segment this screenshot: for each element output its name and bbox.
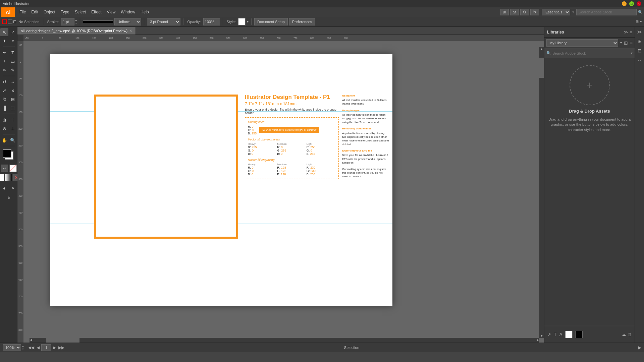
solid-color-btn[interactable]: [0, 174, 4, 181]
scrollbar-horizontal[interactable]: ◀ ▶: [30, 338, 539, 343]
measure-tool[interactable]: ⊥: [9, 124, 17, 132]
magic-wand-tool[interactable]: ✦: [0, 37, 8, 45]
menu-object[interactable]: Object: [41, 9, 58, 15]
lasso-tool[interactable]: ⌖: [9, 37, 17, 45]
zoom-select[interactable]: 100%: [3, 344, 21, 351]
menu-window[interactable]: Window: [118, 9, 138, 15]
cc-libs-button[interactable]: ⚙: [520, 9, 529, 15]
pen-tool[interactable]: ✒: [0, 49, 8, 57]
reflect-h-tool[interactable]: ⧫: [0, 184, 8, 192]
stock-button[interactable]: St: [510, 9, 519, 15]
scroll-thumb-h[interactable]: [46, 338, 79, 343]
gradient-tool[interactable]: ◑: [0, 116, 8, 124]
paintbrush-tool[interactable]: ✏: [0, 66, 8, 74]
nav-last-button[interactable]: ▶▶: [58, 345, 65, 350]
search-icon-top[interactable]: 🔍: [638, 10, 643, 14]
artboard-tool[interactable]: ⬚: [9, 104, 17, 112]
grid-view-button[interactable]: ⊞: [624, 40, 628, 46]
menu-help[interactable]: Help: [138, 9, 152, 15]
sync-button[interactable]: ↻: [530, 9, 539, 15]
zoom-down[interactable]: ▼: [22, 348, 24, 351]
list-view-button[interactable]: ≡: [630, 40, 633, 46]
tab-close-button[interactable]: ✕: [129, 29, 132, 33]
scroll-up-button[interactable]: ▲: [539, 47, 544, 51]
brush-select[interactable]: 3 pt Round: [147, 18, 180, 25]
style-dropdown[interactable]: ▾: [247, 20, 249, 23]
ps-layers-btn[interactable]: ⊞: [636, 38, 643, 45]
workspace-select[interactable]: Essentials: [542, 9, 570, 15]
lib-move-tool[interactable]: ↗: [547, 332, 551, 337]
scroll-thumb-v[interactable]: [539, 58, 544, 78]
mesh-tool[interactable]: ⊹: [9, 116, 17, 124]
scroll-right-button[interactable]: ▶: [536, 338, 539, 343]
libraries-menu-btn[interactable]: ≡: [630, 30, 632, 35]
arrange-icon[interactable]: ⊞: [636, 19, 639, 24]
none-color-btn[interactable]: [9, 165, 17, 172]
library-select[interactable]: My Library: [546, 39, 618, 47]
scrollbar-vertical[interactable]: ▲ ▼: [539, 47, 544, 338]
stroke-down[interactable]: ▼: [75, 22, 77, 25]
selection-color-swatch[interactable]: [2, 19, 7, 24]
stroke-up[interactable]: ▲: [75, 18, 77, 22]
scroll-down-button[interactable]: ▼: [539, 334, 544, 338]
scale-tool[interactable]: ⤢: [0, 86, 8, 95]
document-tab[interactable]: alli earing designs 2_new.eps* @ 100% (R…: [17, 27, 136, 35]
page-input[interactable]: [41, 344, 51, 351]
nav-first-button[interactable]: ◀◀: [28, 345, 35, 350]
statusbar-right-expand[interactable]: ▶: [638, 345, 641, 350]
line-tool[interactable]: /: [0, 57, 8, 65]
foreground-color-swatch[interactable]: [3, 149, 11, 158]
selection-tool[interactable]: ↖: [0, 28, 8, 36]
blend-tool[interactable]: ⧉: [0, 95, 8, 103]
ps-transform-btn[interactable]: ↔: [636, 56, 643, 64]
lib-delete-btn[interactable]: 🗑: [628, 332, 632, 337]
menu-effect[interactable]: Effect: [89, 9, 104, 15]
eyedropper-tool[interactable]: ⊘: [0, 124, 8, 132]
stroke-value-input[interactable]: [61, 18, 74, 25]
symbol-sprayer-tool[interactable]: ⊛: [5, 193, 13, 201]
reflect-v-tool[interactable]: ❖: [9, 184, 17, 192]
library-search-input[interactable]: [552, 51, 630, 55]
nav-prev-button[interactable]: ◀: [36, 345, 40, 350]
canvas-scroll[interactable]: Illustrator Design Template - P1 7.1"x 7…: [23, 41, 544, 343]
ps-align-btn[interactable]: ⊟: [636, 47, 643, 54]
lib-text-tool[interactable]: T: [554, 332, 557, 337]
library-search-dropdown[interactable]: ▾: [631, 51, 633, 55]
menu-type[interactable]: Type: [58, 9, 72, 15]
document-setup-button[interactable]: Document Setup: [254, 18, 288, 25]
ps-collapse-btn[interactable]: ≫: [636, 28, 643, 36]
bridge-button[interactable]: Br: [500, 9, 509, 15]
column-graph-tool[interactable]: ▐: [0, 104, 8, 112]
library-dropdown-icon[interactable]: ▾: [620, 41, 622, 45]
menu-file[interactable]: File: [17, 9, 29, 15]
zoom-tool[interactable]: 🔍: [9, 136, 17, 144]
opacity-input[interactable]: [203, 18, 220, 25]
gradient-swatch-btn[interactable]: [5, 174, 12, 181]
warp-tool[interactable]: ⤨: [9, 86, 17, 95]
hand-tool[interactable]: ✋: [0, 136, 8, 144]
swap-colors-btn[interactable]: ⇄: [1, 165, 8, 172]
preferences-button[interactable]: Preferences: [289, 18, 315, 25]
rotate-tool[interactable]: ↺: [0, 78, 8, 86]
stroke-style-select[interactable]: Uniform: [114, 18, 141, 25]
toolbar-options[interactable]: ▾: [640, 19, 642, 24]
lib-white-swatch[interactable]: [565, 331, 573, 338]
rect-tool[interactable]: ▭: [9, 57, 17, 65]
stock-search-top[interactable]: [576, 9, 637, 15]
reflect-tool[interactable]: ↔: [9, 78, 17, 86]
direct-selection-tool[interactable]: ↗: [9, 28, 17, 36]
close-button[interactable]: ✕: [637, 1, 641, 6]
libraries-expand-btn[interactable]: ≫: [624, 30, 628, 35]
zoom-up[interactable]: ▲: [22, 344, 24, 348]
pathfinder-tool[interactable]: ⊞: [9, 95, 17, 103]
pencil-tool[interactable]: ✎: [9, 66, 17, 74]
selection-stroke-swatch[interactable]: [8, 19, 12, 24]
scroll-left-button[interactable]: ◀: [30, 338, 33, 343]
nav-next-button[interactable]: ▶: [52, 345, 57, 350]
maximize-button[interactable]: □: [629, 1, 634, 6]
menu-select[interactable]: Select: [72, 9, 89, 15]
lib-cc-icon[interactable]: ☁: [622, 332, 626, 337]
type-tool[interactable]: T: [9, 49, 17, 57]
lib-char-style[interactable]: A: [559, 332, 562, 337]
minimize-button[interactable]: −: [622, 1, 627, 6]
